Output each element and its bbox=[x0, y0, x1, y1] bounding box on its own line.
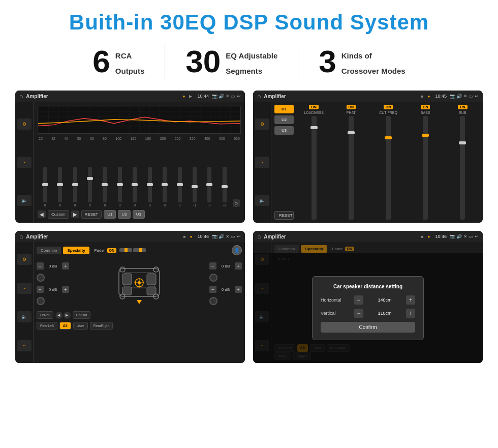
amp-reset-btn[interactable]: RESET bbox=[274, 211, 294, 220]
amp-status-bar: ⌂ Amplifier ■ ● 10:45 📷 🔊 ✕ ▭ ↩ bbox=[253, 91, 483, 102]
fader-plus-2[interactable]: + bbox=[62, 286, 69, 293]
fader-plus-4[interactable]: + bbox=[235, 286, 242, 293]
eq-slider-9: 0 bbox=[158, 167, 171, 207]
eq-slider-7: 0 bbox=[129, 167, 141, 207]
amp-preset-u3[interactable]: U3 bbox=[274, 126, 294, 135]
fader-home-icon[interactable]: ⌂ bbox=[19, 233, 23, 240]
fader-minus-1[interactable]: − bbox=[37, 262, 44, 270]
eq-wave-icon[interactable]: ~ bbox=[17, 157, 32, 168]
dialog-vertical-minus[interactable]: − bbox=[354, 309, 363, 318]
fader-db-row-1: − 0 dB + bbox=[37, 262, 69, 270]
fader-btn-all[interactable]: All bbox=[59, 322, 71, 330]
eq-status-bar: ⌂ Amplifier ● ▶ 10:44 📷 🔊 ✕ ▭ ↩ bbox=[15, 91, 245, 102]
fader-status-bar: ⌂ Amplifier ■ ● 10:46 📷 🔊 ✕ ▭ ↩ bbox=[15, 231, 245, 242]
dialog-horizontal-plus[interactable]: + bbox=[406, 295, 415, 305]
stat-label-eq1: EQ Adjustable bbox=[226, 46, 277, 61]
bass-name: BASS bbox=[421, 111, 430, 114]
fader-on-badge[interactable]: ON bbox=[107, 248, 117, 253]
dialog-horizontal-value: 140cm bbox=[366, 297, 403, 303]
loudness-on-label[interactable]: ON bbox=[309, 105, 319, 109]
fader-left-arrow[interactable]: ◀ bbox=[55, 312, 63, 319]
eq-speaker-icon[interactable]: 🔈 bbox=[17, 195, 32, 206]
fader-minus-2[interactable]: − bbox=[37, 286, 44, 293]
dialog-home-icon[interactable]: ⌂ bbox=[257, 233, 261, 240]
fader-db-value-4: 0 dB bbox=[219, 287, 233, 292]
fader-btn-driver[interactable]: Driver bbox=[37, 311, 53, 319]
eq-u2-btn[interactable]: U2 bbox=[118, 210, 130, 219]
amp-bass-col: ON BASS bbox=[409, 105, 443, 220]
loudness-slider[interactable] bbox=[312, 116, 317, 220]
dialog-horizontal-row: Horizontal − 140cm + bbox=[321, 295, 415, 305]
amp-cutfreq-col: ON CUT FREQ bbox=[371, 105, 405, 220]
amp-preset-u2[interactable]: U2 bbox=[274, 115, 294, 124]
cutfreq-slider[interactable] bbox=[386, 116, 391, 220]
eq-play-btn[interactable]: ▶ bbox=[71, 211, 79, 218]
home-icon[interactable]: ⌂ bbox=[19, 93, 23, 100]
dialog-horizontal-minus[interactable]: − bbox=[354, 295, 363, 305]
fader-db-value-2: 0 dB bbox=[46, 287, 60, 292]
eq-slider-12: 0 bbox=[203, 167, 216, 207]
fader-arrow-icon[interactable]: ↔ bbox=[17, 340, 32, 351]
amp-wave-icon[interactable]: ~ bbox=[255, 157, 269, 168]
fader-right-arrow[interactable]: ▶ bbox=[64, 312, 71, 319]
phat-slider[interactable] bbox=[349, 116, 354, 220]
eq-left-sidebar: ⚙ ~ 🔈 bbox=[15, 102, 34, 223]
sub-slider[interactable] bbox=[460, 116, 465, 220]
amp-tune-icon[interactable]: ⚙ bbox=[255, 118, 269, 130]
eq-more-arrow[interactable]: » bbox=[233, 199, 240, 207]
eq-freq-labels: 253240506380100125160200250320400500630 bbox=[38, 137, 241, 140]
eq-u3-btn[interactable]: U3 bbox=[133, 210, 145, 219]
amp-home-icon[interactable]: ⌂ bbox=[257, 93, 261, 100]
dialog-overlay: Car speaker distance setting Horizontal … bbox=[253, 253, 483, 363]
fader-wave-icon[interactable]: ~ bbox=[17, 283, 32, 294]
bass-slider[interactable] bbox=[423, 116, 428, 220]
amp-sub-col: ON SUB bbox=[446, 105, 480, 220]
eq-tune-icon[interactable]: ⚙ bbox=[17, 118, 32, 130]
dialog-status-icons: 📷 🔊 ✕ ▭ ↩ bbox=[450, 234, 479, 239]
amp-speaker-icon[interactable]: 🔈 bbox=[255, 195, 269, 206]
sub-on-label[interactable]: ON bbox=[458, 105, 468, 109]
stats-row: 6 RCA Outputs 30 EQ Adjustable Segments … bbox=[15, 44, 483, 79]
fader-db-value-1: 0 dB bbox=[46, 264, 60, 268]
dialog-vertical-plus[interactable]: + bbox=[406, 309, 415, 318]
cutfreq-name: CUT FREQ bbox=[379, 111, 397, 114]
dialog-confirm-button[interactable]: Confirm bbox=[321, 322, 415, 333]
fader-tab-common[interactable]: Common bbox=[37, 247, 61, 254]
fader-btn-rearleft[interactable]: RearLeft bbox=[37, 322, 57, 330]
phat-name: PHAT bbox=[347, 111, 356, 114]
dialog-status-bar: ⌂ Amplifier ■ ● 10:46 📷 🔊 ✕ ▭ ↩ bbox=[253, 231, 483, 242]
fader-screen: ⌂ Amplifier ■ ● 10:46 📷 🔊 ✕ ▭ ↩ ⚙ ~ 🔈 ↔ … bbox=[15, 231, 245, 363]
eq-slider-13: -1 bbox=[218, 167, 231, 207]
eq-slider-10: 0 bbox=[173, 167, 186, 207]
cutfreq-on-label[interactable]: ON bbox=[384, 105, 393, 109]
fader-speaker-row-4 bbox=[209, 297, 242, 305]
fader-tab-specialty[interactable]: Specialty bbox=[63, 247, 89, 254]
fader-plus-1[interactable]: + bbox=[62, 262, 69, 270]
fader-plus-3[interactable]: + bbox=[235, 262, 242, 270]
stat-number-eq: 30 bbox=[185, 46, 221, 77]
dialog-screen-title: Amplifier bbox=[264, 234, 418, 240]
phat-on-label[interactable]: ON bbox=[347, 105, 356, 109]
amp-preset-u1[interactable]: U1 bbox=[274, 105, 294, 113]
fader-btn-rearright[interactable]: RearRight bbox=[90, 322, 113, 330]
fader-btn-copilot[interactable]: Copilot bbox=[73, 311, 91, 319]
fader-minus-4[interactable]: − bbox=[209, 286, 216, 293]
fader-tune-icon[interactable]: ⚙ bbox=[17, 254, 32, 265]
eq-reset-btn[interactable]: RESET bbox=[81, 210, 102, 219]
bass-on-label[interactable]: ON bbox=[421, 105, 430, 109]
eq-screen-title: Amplifier bbox=[26, 94, 179, 99]
fader-db-value-3: 0 dB bbox=[219, 264, 233, 268]
eq-prev-btn[interactable]: ◀ bbox=[38, 211, 46, 218]
fader-minus-3[interactable]: − bbox=[209, 262, 216, 270]
svg-marker-11 bbox=[137, 300, 142, 304]
fader-speaker-icon[interactable]: 🔈 bbox=[17, 311, 32, 322]
fader-btn-user[interactable]: User bbox=[73, 322, 88, 330]
eq-u1-btn[interactable]: U1 bbox=[104, 210, 116, 219]
eq-custom-btn[interactable]: Custom bbox=[48, 210, 69, 219]
dialog-box: Car speaker distance setting Horizontal … bbox=[312, 276, 424, 340]
sub-name: SUB bbox=[459, 111, 466, 114]
fader-db-row-2: − 0 dB + bbox=[37, 286, 69, 293]
amp-reset-area: RESET bbox=[274, 211, 294, 220]
amp-status-icons: 📷 🔊 ✕ ▭ ↩ bbox=[450, 94, 479, 99]
fader-avatar-icon[interactable]: 👤 bbox=[232, 245, 242, 255]
